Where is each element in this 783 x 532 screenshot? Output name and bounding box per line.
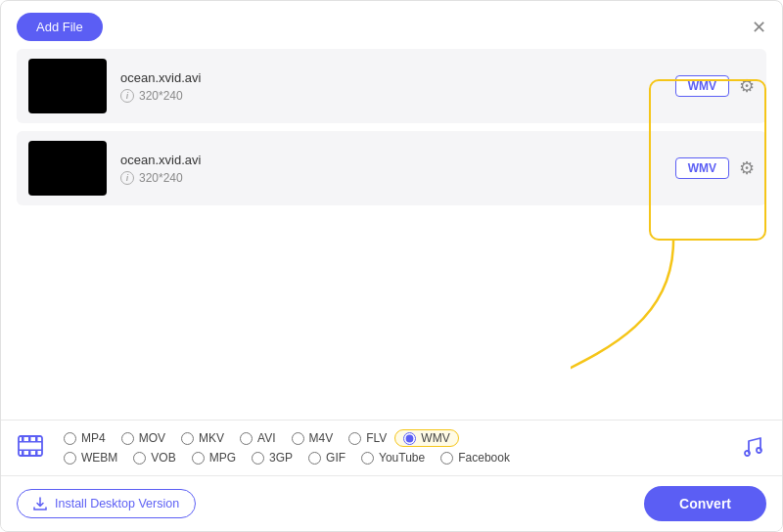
svg-rect-2 <box>19 450 42 452</box>
svg-rect-1 <box>19 441 42 443</box>
svg-rect-7 <box>28 451 31 456</box>
radio-mpg[interactable]: MPG <box>184 448 244 467</box>
svg-rect-4 <box>28 436 31 441</box>
file-list: ocean.xvid.avi i 320*240 WMV ⚙ ocean.xvi… <box>1 49 782 205</box>
radio-3gp[interactable]: 3GP <box>244 448 300 467</box>
settings-icon-2[interactable]: ⚙ <box>739 157 755 179</box>
radio-facebook[interactable]: Facebook <box>433 448 518 467</box>
bottom-bar: Install Desktop Version Convert <box>1 475 782 531</box>
file-meta-2: i 320*240 <box>120 171 675 185</box>
svg-rect-8 <box>35 451 38 456</box>
file-info: ocean.xvid.avi i 320*240 <box>120 70 675 103</box>
svg-rect-3 <box>22 436 24 441</box>
file-thumbnail-2 <box>28 141 107 196</box>
install-button[interactable]: Install Desktop Version <box>17 489 196 518</box>
format-row-1: MP4 MOV MKV AVI M4V FLV <box>56 428 733 448</box>
format-grid: MP4 MOV MKV AVI M4V FLV <box>56 428 733 467</box>
file-actions-2: WMV ⚙ <box>675 157 755 179</box>
header: Add File ✕ <box>1 1 782 49</box>
radio-webm[interactable]: WEBM <box>56 448 125 467</box>
file-name: ocean.xvid.avi <box>120 70 675 85</box>
audio-icon[interactable] <box>741 433 766 463</box>
convert-button[interactable]: Convert <box>644 486 766 521</box>
format-row-2: WEBM VOB MPG 3GP GIF YouTube <box>56 448 733 467</box>
info-icon-2: i <box>120 171 134 185</box>
file-info-2: ocean.xvid.avi i 320*240 <box>120 153 675 185</box>
file-actions-1: WMV ⚙ <box>675 75 755 97</box>
film-icon[interactable] <box>17 432 44 464</box>
radio-m4v[interactable]: M4V <box>284 428 342 448</box>
file-resolution-2: 320*240 <box>139 171 183 185</box>
format-options: MP4 MOV MKV AVI M4V FLV <box>1 421 782 475</box>
radio-mkv[interactable]: MKV <box>173 428 232 448</box>
info-icon: i <box>120 89 134 103</box>
download-icon <box>33 497 47 510</box>
install-label: Install Desktop Version <box>55 497 179 510</box>
file-thumbnail <box>28 59 107 113</box>
format-badge-2[interactable]: WMV <box>675 157 729 179</box>
format-badge-1[interactable]: WMV <box>675 75 729 97</box>
svg-rect-5 <box>35 436 38 441</box>
radio-mov[interactable]: MOV <box>114 428 173 448</box>
radio-avi[interactable]: AVI <box>232 428 283 448</box>
radio-mp4[interactable]: MP4 <box>56 428 114 448</box>
file-meta: i 320*240 <box>120 89 675 103</box>
svg-rect-6 <box>22 451 24 456</box>
radio-youtube[interactable]: YouTube <box>353 448 433 467</box>
radio-vob[interactable]: VOB <box>125 448 183 467</box>
radio-flv[interactable]: FLV <box>341 428 394 448</box>
file-item: ocean.xvid.avi i 320*240 WMV ⚙ <box>17 49 766 123</box>
file-item-2: ocean.xvid.avi i 320*240 WMV ⚙ <box>17 131 766 205</box>
svg-point-10 <box>757 448 761 453</box>
close-button[interactable]: ✕ <box>752 19 766 36</box>
settings-icon-1[interactable]: ⚙ <box>739 75 755 97</box>
file-name-2: ocean.xvid.avi <box>120 153 675 167</box>
svg-point-9 <box>745 451 750 456</box>
format-bar: MP4 MOV MKV AVI M4V FLV <box>1 420 782 531</box>
file-resolution: 320*240 <box>139 89 183 103</box>
radio-wmv[interactable]: WMV <box>394 429 458 447</box>
radio-gif[interactable]: GIF <box>300 448 353 467</box>
add-file-button[interactable]: Add File <box>17 13 103 41</box>
